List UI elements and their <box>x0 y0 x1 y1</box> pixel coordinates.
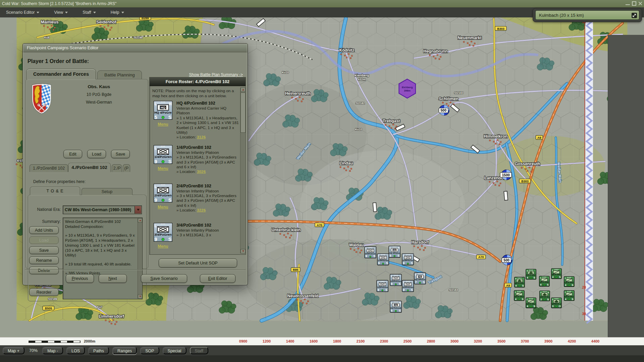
scroll-up-icon[interactable] <box>138 218 142 223</box>
wg-unit-counter[interactable]: LHHQHQ 4/PzGre5S <box>389 246 400 257</box>
save-button[interactable]: Save <box>111 150 130 158</box>
unit-location-link[interactable]: 3126 <box>197 135 206 139</box>
wg-unit-counter[interactable]: L3/2/PzGren9S <box>402 280 414 292</box>
scroll-up-icon[interactable] <box>240 87 246 92</box>
enemy-unit-counter[interactable]: L4/C/1-2AC4S <box>539 276 549 286</box>
tab-setup[interactable]: Setup <box>82 188 132 195</box>
edit-button[interactable]: Edit <box>63 150 82 158</box>
roster-unit-entry[interactable]: L1/4/PzGren9SMenu1/4/PzGrenBtl 102Vetera… <box>150 145 239 174</box>
unit-menu-link[interactable]: Menu <box>158 122 168 127</box>
menu-item-help[interactable]: Help <box>107 9 127 16</box>
unit-location-link[interactable]: 3226 <box>197 208 206 213</box>
maximize-icon[interactable] <box>632 1 636 6</box>
toolbar-button-sop[interactable]: SOP <box>140 347 159 354</box>
wg-unit-counter[interactable]: L2/2/PzGren9S <box>390 274 401 286</box>
wg-unit-counter[interactable]: LHHQHQ 2/PzGre7S <box>414 273 426 284</box>
enemy-unit-counter[interactable]: L3/C/1-2AC4S <box>514 291 524 301</box>
tab-battle-planning[interactable]: Battle Planning <box>97 70 142 79</box>
wg-unit-counter[interactable]: LHHQHQ PzGrenB5S <box>390 301 401 312</box>
toolbar-button-map[interactable]: Map + <box>3 347 24 354</box>
tab-t-o-e[interactable]: T O & E <box>30 187 80 195</box>
scroll-down-icon[interactable] <box>138 294 142 299</box>
svg-text:L: L <box>390 247 391 249</box>
dialog-titlebar[interactable]: Flashpoint Campaigns Scenario Editor <box>23 44 248 52</box>
svg-text:S: S <box>399 309 401 312</box>
show-battle-plan-link[interactable]: Show Battle Plan Summary -> <box>189 72 243 77</box>
menu-item-scenario-editor[interactable]: Scenario Editor <box>3 9 43 16</box>
resize-icon[interactable] <box>632 13 637 18</box>
enemy-unit-counter[interactable]: L2/C/1-2AC4S <box>551 268 561 279</box>
scroll-down-icon[interactable] <box>240 249 246 253</box>
load-button[interactable]: Load <box>87 150 106 158</box>
enemy-unit-counter[interactable]: L6/C/1-2AC4S <box>526 298 536 308</box>
national-era-select[interactable]: CW 80s West-German (1980-1989) <box>63 205 142 214</box>
unit-menu-link[interactable]: Menu <box>158 244 168 249</box>
grid-number: 2300 <box>380 339 388 343</box>
close-icon[interactable] <box>638 1 643 6</box>
toolbar-button-paths[interactable]: Paths <box>88 347 109 354</box>
unit-counter-icon[interactable]: L1/4/PzGren9S <box>154 145 172 164</box>
wg-unit-counter[interactable]: L1/2/PzGren9S <box>377 280 388 292</box>
svg-text:S: S <box>572 298 573 301</box>
save-scenario-button[interactable]: Save Scenario <box>141 274 187 283</box>
unit-counter-icon[interactable]: LHHQHQ 4/PzGre5S <box>154 101 172 120</box>
svg-text:S: S <box>547 283 548 286</box>
toolbar-button-special[interactable]: Special <box>163 347 186 354</box>
road-label: Ku7 <box>97 305 102 309</box>
add-units-button[interactable]: Add Units <box>29 226 59 234</box>
tab-commander-and-forces[interactable]: Commander and Forces <box>26 69 96 79</box>
wg-unit-counter[interactable]: L2/4/PzGren9S <box>402 254 414 265</box>
previous-button[interactable]: Previous <box>66 274 94 283</box>
rename-button[interactable]: Rename <box>29 256 59 264</box>
toolbar-button-los[interactable]: LOS <box>66 347 85 354</box>
unit-menu-link[interactable]: Menu <box>158 166 168 171</box>
enemy-unit-counter[interactable]: T7/C/1-2AC4S <box>526 269 536 279</box>
unit-counter-icon[interactable]: LHHQHQ 4/PzGre5S <box>154 101 172 120</box>
force-tab-1-pzgrenbtl-102[interactable]: 1./PzGrenBtl 102 <box>30 164 68 172</box>
dropdown-arrow-icon[interactable] <box>135 206 141 214</box>
roster-unit-entry[interactable]: L3/4/PzGren9SMenu3/4/PzGrenBtl 102Vetera… <box>150 223 239 249</box>
enemy-unit-counter[interactable]: THHQ C/1-2A2S <box>540 291 550 301</box>
svg-text:O: O <box>559 305 561 308</box>
unit-location-link[interactable]: 3026 <box>197 169 206 174</box>
force-tab-2-p[interactable]: 2./P <box>112 164 122 172</box>
unit-name: 3/4/PzGrenBtl 102 <box>176 223 239 228</box>
delete-button[interactable]: Delete <box>29 266 59 274</box>
force-tab-4-pzgrenbtl-102[interactable]: 4./PzGrenBtl 102 <box>68 163 111 172</box>
unit-counter-icon[interactable]: L3/4/PzGren9S <box>154 223 172 242</box>
wg-unit-counter[interactable]: L3/4/PzGren9S <box>365 247 376 258</box>
roster-unit-entry[interactable]: L2/4/PzGren9SMenu2/4/PzGrenBtl 102Vetera… <box>150 184 239 213</box>
save-button[interactable]: Save <box>29 246 59 254</box>
unit-counter-icon[interactable]: L2/4/PzGren9S <box>154 184 172 202</box>
reorder-button[interactable]: Reorder <box>29 288 59 296</box>
unit-counter-icon[interactable]: L3/4/PzGren9S <box>154 223 172 242</box>
enemy-unit-counter[interactable]: TMTR/C/1-23O <box>551 298 561 308</box>
roster-scrollbar[interactable] <box>240 87 245 253</box>
roster-unit-entry[interactable]: LHHQHQ 4/PzGre5SMenuHQ 4/PzGrenBtl 102Ve… <box>150 101 239 140</box>
map-strip: 2000m 0900120014001600180021002300250028… <box>0 337 644 345</box>
svg-text:4: 4 <box>565 284 567 287</box>
toolbar-button-map[interactable]: Map - <box>42 347 63 354</box>
menu-item-view[interactable]: View <box>51 9 71 16</box>
enemy-unit-counter[interactable]: L5/C/1-2AC4S <box>564 291 574 301</box>
unit-menu-link[interactable]: Menu <box>158 205 168 209</box>
minimize-icon[interactable] <box>626 1 630 5</box>
unit-counter-icon[interactable]: L2/4/PzGren9S <box>154 184 172 202</box>
enemy-unit-counter[interactable]: L1/C/1-2AC4S <box>564 277 574 287</box>
road-label: St2183 <box>449 288 458 292</box>
set-default-sop-button[interactable]: Set Default Unit SOP <box>159 258 237 267</box>
toolbar-button-ranges[interactable]: Ranges <box>112 347 137 354</box>
menu-item-staff[interactable]: Staff <box>79 9 99 16</box>
force-tab-p[interactable]: (P <box>123 164 130 172</box>
scroll-thumb[interactable] <box>240 93 246 133</box>
grid-number: 3200 <box>474 339 482 343</box>
commander-nation: West-German <box>58 100 140 105</box>
unit-name: 1/4/PzGrenBtl 102 <box>176 145 239 150</box>
unit-counter-icon[interactable]: L1/4/PzGren9S <box>154 145 172 164</box>
wg-unit-counter[interactable]: L1/4/PzGren9S <box>377 254 389 265</box>
enemy-unit-counter[interactable]: T8/C/1-2AC4S <box>515 277 525 287</box>
exit-editor-button[interactable]: Exit Editor <box>200 274 235 283</box>
summary-scrollbar[interactable] <box>138 218 142 299</box>
next-button[interactable]: Next <box>99 274 127 283</box>
commander-emblem <box>31 83 53 114</box>
